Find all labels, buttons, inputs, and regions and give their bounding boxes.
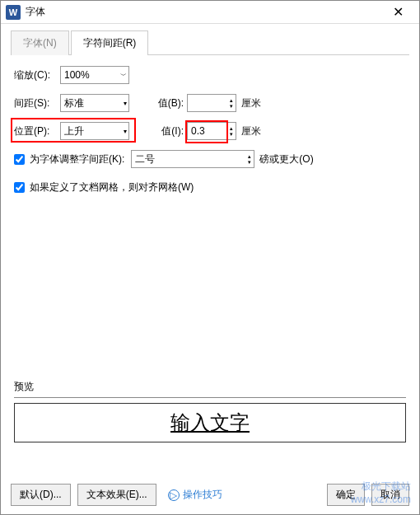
spacing-label: 间距(S): bbox=[14, 96, 60, 110]
position-label: 位置(P): bbox=[14, 124, 60, 138]
tips-label: 操作技巧 bbox=[183, 488, 222, 502]
scale-combo[interactable]: 100% ﹀ bbox=[60, 66, 129, 84]
caret-down-icon: ▾ bbox=[124, 128, 127, 135]
spinner-arrows-icon[interactable]: ▴▾ bbox=[230, 125, 233, 137]
preview-text: 输入文字 bbox=[170, 410, 250, 436]
position-val-label: 值(I): bbox=[146, 124, 184, 138]
scale-value: 100% bbox=[64, 69, 90, 81]
tips-link[interactable]: ▷ 操作技巧 bbox=[168, 488, 222, 502]
scale-label: 缩放(C): bbox=[14, 68, 60, 82]
window-title: 字体 bbox=[26, 5, 381, 19]
spacing-unit: 厘米 bbox=[241, 96, 261, 110]
tab-spacing[interactable]: 字符间距(R) bbox=[71, 30, 149, 55]
position-unit: 厘米 bbox=[241, 124, 261, 138]
position-val-spinner[interactable]: 0.3 ▴▾ bbox=[187, 122, 236, 140]
grid-label: 如果定义了文档网格，则对齐网格(W) bbox=[30, 180, 194, 194]
position-value: 上升 bbox=[64, 124, 84, 138]
spacing-val-spinner[interactable]: ▴▾ bbox=[187, 94, 236, 112]
spacing-value: 标准 bbox=[64, 96, 84, 110]
cancel-button[interactable]: 取消 bbox=[371, 484, 409, 506]
spacing-val-label: 值(B): bbox=[146, 96, 184, 110]
preview-box: 输入文字 bbox=[14, 403, 406, 442]
spinner-arrows-icon[interactable]: ▴▾ bbox=[248, 153, 251, 165]
spacing-combo[interactable]: 标准 ▾ bbox=[60, 94, 129, 112]
position-combo[interactable]: 上升 ▾ bbox=[60, 122, 129, 140]
caret-down-icon: ▾ bbox=[124, 100, 127, 107]
grid-checkbox[interactable]: 如果定义了文档网格，则对齐网格(W) bbox=[14, 180, 194, 194]
kerning-size-spinner[interactable]: 二号 ▴▾ bbox=[131, 150, 254, 168]
app-icon: W bbox=[6, 5, 21, 20]
preview-header: 预览 bbox=[14, 380, 406, 398]
grid-check-input[interactable] bbox=[14, 182, 25, 193]
close-icon[interactable]: ✕ bbox=[381, 4, 414, 20]
kerning-check-input[interactable] bbox=[14, 154, 25, 165]
ok-button[interactable]: 确定 bbox=[327, 484, 365, 506]
tab-font[interactable]: 字体(N) bbox=[11, 30, 69, 55]
kerning-label: 为字体调整字间距(K): bbox=[30, 152, 124, 166]
kerning-checkbox[interactable]: 为字体调整字间距(K): bbox=[14, 152, 124, 166]
default-button[interactable]: 默认(D)... bbox=[11, 484, 71, 506]
text-effects-button[interactable]: 文本效果(E)... bbox=[77, 484, 156, 506]
kerning-unit: 磅或更大(O) bbox=[259, 152, 313, 166]
chevron-down-icon: ﹀ bbox=[120, 71, 127, 80]
kerning-size: 二号 bbox=[135, 152, 155, 166]
play-icon: ▷ bbox=[168, 489, 180, 501]
spinner-arrows-icon[interactable]: ▴▾ bbox=[230, 97, 233, 109]
position-val: 0.3 bbox=[191, 125, 205, 137]
